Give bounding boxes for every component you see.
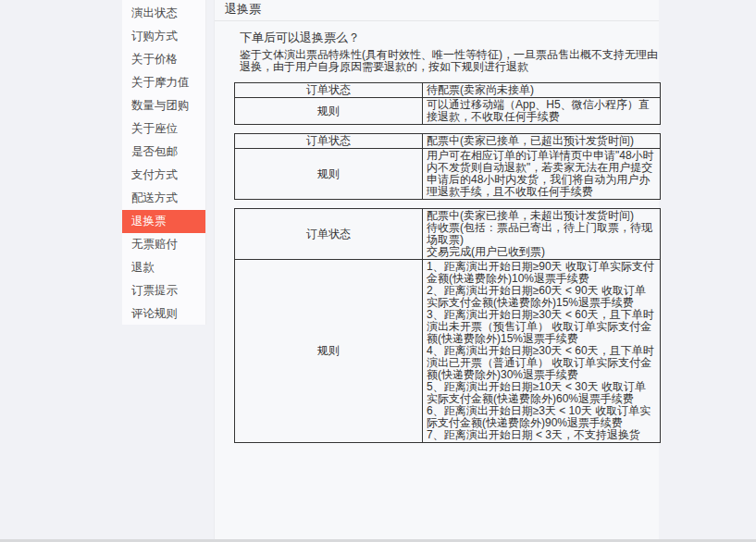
sidebar-item-free-shipping[interactable]: 是否包邮 <box>122 141 205 164</box>
sidebar-item-order-method[interactable]: 订购方式 <box>122 25 205 48</box>
row-value: 1、距离演出开始日期≥90天 收取订单实际支付金额(快递费除外)10%退票手续费… <box>423 260 661 443</box>
sidebar-item-no-ticket-compensation[interactable]: 无票赔付 <box>122 233 205 256</box>
row-value: 待配票(卖家尚未接单) <box>423 83 661 98</box>
sidebar-item-quantity-groupbuy[interactable]: 数量与团购 <box>122 94 205 117</box>
refund-table-overdue-shipping: 订单状态 配票中(卖家已接单，已超出预计发货时间) 规则 用户可在相应订单的订单… <box>234 133 661 200</box>
row-label: 订单状态 <box>235 134 423 149</box>
row-value: 配票中(卖家已接单，未超出预计发货时间) 待收票(包括：票品已寄出，待上门取票，… <box>423 209 661 260</box>
table-row: 规则 可以通过移动端（App、H5、微信小程序）直接退款，不收取任何手续费 <box>235 98 661 125</box>
sidebar-item-performance-status[interactable]: 演出状态 <box>122 2 205 25</box>
refund-table-pending-assignment: 订单状态 待配票(卖家尚未接单) 规则 可以通过移动端（App、H5、微信小程序… <box>234 82 661 125</box>
table-row: 规则 1、距离演出开始日期≥90天 收取订单实际支付金额(快递费除外)10%退票… <box>235 260 661 443</box>
faq-question: 下单后可以退换票么？ <box>240 31 659 44</box>
sidebar-item-refund-exchange[interactable]: 退换票 <box>122 210 205 233</box>
sidebar-item-delivery-method[interactable]: 配送方式 <box>122 187 205 210</box>
row-label: 订单状态 <box>235 83 423 98</box>
sidebar-item-comment-rules[interactable]: 评论规则 <box>122 302 205 326</box>
row-value: 配票中(卖家已接单，已超出预计发货时间) <box>423 134 661 149</box>
refund-table-fee-schedule: 订单状态 配票中(卖家已接单，未超出预计发货时间) 待收票(包括：票品已寄出，待… <box>234 208 661 443</box>
row-label: 规则 <box>235 260 423 443</box>
sidebar-item-refund[interactable]: 退款 <box>122 256 205 279</box>
sidebar-item-about-seats[interactable]: 关于座位 <box>122 117 205 141</box>
faq-intro-text: 鉴于文体演出票品特殊性(具有时效性、唯一性等特征)，一旦票品售出概不支持无理由退… <box>240 49 658 73</box>
row-label: 规则 <box>235 149 423 200</box>
row-value: 可以通过移动端（App、H5、微信小程序）直接退款，不收取任何手续费 <box>423 98 661 125</box>
table-row: 规则 用户可在相应订单的订单详情页中申请"48小时内不发货则自动退款"，若卖家无… <box>235 149 661 200</box>
sidebar-item-about-moli-points[interactable]: 关于摩力值 <box>122 71 205 94</box>
sidebar-item-payment-method[interactable]: 支付方式 <box>122 164 205 187</box>
page-title: 退换票 <box>215 0 659 21</box>
sidebar-item-about-price[interactable]: 关于价格 <box>122 48 205 71</box>
faq-sidebar: 演出状态 订购方式 关于价格 关于摩力值 数量与团购 关于座位 是否包邮 支付方… <box>122 0 206 325</box>
row-label: 规则 <box>235 98 423 125</box>
table-row: 订单状态 配票中(卖家已接单，未超出预计发货时间) 待收票(包括：票品已寄出，待… <box>235 209 661 260</box>
sidebar-item-booking-tips[interactable]: 订票提示 <box>122 279 205 302</box>
table-row: 订单状态 待配票(卖家尚未接单) <box>235 83 661 98</box>
table-row: 订单状态 配票中(卖家已接单，已超出预计发货时间) <box>235 134 661 149</box>
row-value: 用户可在相应订单的订单详情页中申请"48小时内不发货则自动退款"，若卖家无法在用… <box>423 149 661 200</box>
faq-content-panel: 退换票 下单后可以退换票么？ 鉴于文体演出票品特殊性(具有时效性、唯一性等特征)… <box>214 0 659 542</box>
row-label: 订单状态 <box>235 209 423 260</box>
